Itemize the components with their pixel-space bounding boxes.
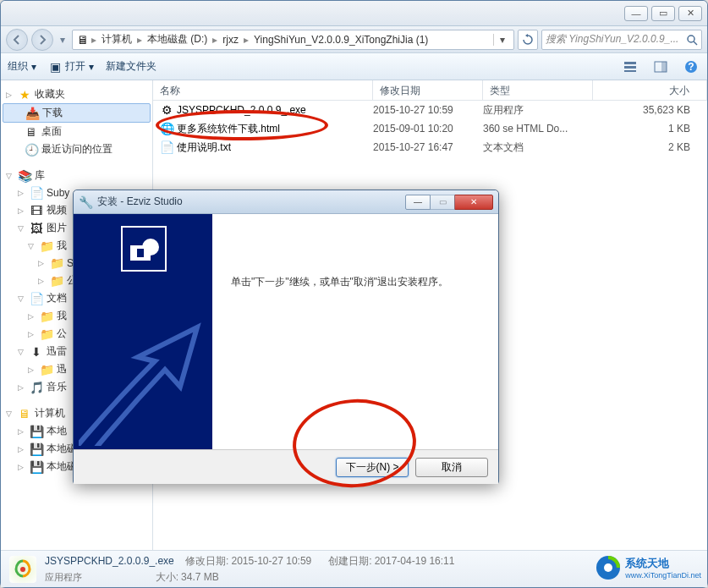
column-header-size[interactable]: 大小 — [593, 80, 707, 100]
arrow-right-icon — [37, 35, 47, 45]
star-icon: ★ — [18, 88, 31, 102]
dialog-titlebar[interactable]: 🔧 安装 - Ezviz Studio — ▭ ✕ — [74, 190, 498, 214]
folder-icon: 📁 — [40, 239, 53, 253]
breadcrumb-seg-folder[interactable]: YingShiYun_V2.0.0.9_XiTongZhiJia (1) — [250, 34, 431, 46]
view-icon — [623, 60, 637, 74]
toolbar-organize-menu[interactable]: 组织 ▾ — [8, 59, 36, 74]
view-options-button[interactable] — [621, 58, 639, 76]
video-icon: 🎞 — [30, 204, 43, 217]
file-row-html[interactable]: 🌐更多系统软件下载.html 2015-09-01 10:20 360 se H… — [153, 119, 707, 138]
column-header-row[interactable]: 名称 修改日期 类型 大小 — [153, 80, 707, 101]
sidebar-item-downloads[interactable]: 📥下载 — [3, 103, 151, 123]
folder-icon: 📁 — [50, 274, 63, 288]
exe-icon: ⚙ — [160, 103, 173, 117]
column-header-name[interactable]: 名称 — [153, 80, 373, 100]
dialog-cancel-button[interactable]: 取消 — [415, 458, 488, 477]
file-row-txt[interactable]: 📄使用说明.txt 2015-10-27 16:47 文本文档 2 KB — [153, 138, 707, 157]
computer-label: 计算机 — [35, 406, 65, 420]
dialog-minimize-button[interactable]: — — [405, 195, 431, 210]
window-minimize-button[interactable] — [624, 6, 648, 21]
window-maximize-button[interactable] — [651, 6, 675, 21]
sidebar-item-label: 迅雷 — [47, 344, 67, 359]
sidebar-item-label: 下载 — [42, 106, 63, 120]
dialog-footer: 下一步(N) > 取消 — [74, 449, 498, 484]
window-close-button[interactable] — [678, 6, 702, 21]
libraries-label: 库 — [35, 168, 45, 183]
disk-icon: 💾 — [30, 442, 43, 456]
file-type: 360 se HTML Do... — [483, 123, 593, 135]
breadcrumb-dropdown-button[interactable]: ▾ — [493, 34, 510, 46]
navigation-bar: ▾ 🖥 ▸ 计算机 ▸ 本地磁盘 (D:) ▸ rjxz ▸ YingShiYu… — [1, 26, 707, 53]
breadcrumb-sep-icon: ▸ — [244, 34, 249, 46]
nav-back-button[interactable] — [6, 29, 28, 51]
selected-file-icon — [9, 556, 36, 583]
banner-arrow-icon — [79, 310, 207, 446]
music-icon: 🎵 — [30, 381, 43, 394]
breadcrumb-seg-rjxz[interactable]: rjxz — [219, 34, 242, 46]
sidebar-item-label: 我 — [57, 309, 67, 323]
folder-icon: 📁 — [40, 327, 53, 341]
watermark-logo-icon — [595, 554, 622, 581]
nav-forward-button[interactable] — [31, 29, 53, 51]
sidebar-item-label: 我 — [57, 239, 67, 253]
status-filename: JSYSPPCKHD_2.0.0.9_.exe — [45, 555, 174, 567]
status-size-label: 大小: — [156, 571, 178, 583]
search-input[interactable]: 搜索 YingShiYun_V2.0.0.9_... — [541, 30, 702, 50]
toolbar: 组织 ▾ ▣ 打开 ▾ 新建文件夹 ? — [1, 53, 707, 80]
status-mod-value: 2015-10-27 10:59 — [232, 555, 312, 567]
help-button[interactable]: ? — [682, 58, 700, 76]
column-header-date[interactable]: 修改日期 — [373, 80, 483, 100]
address-bar[interactable]: 🖥 ▸ 计算机 ▸ 本地磁盘 (D:) ▸ rjxz ▸ YingShiYun_… — [72, 30, 514, 50]
installer-box-icon — [121, 226, 167, 272]
installer-app-icon: 🔧 — [79, 195, 92, 209]
preview-icon — [654, 60, 667, 74]
sidebar-item-recent[interactable]: 🕘最近访问的位置 — [3, 140, 151, 158]
nav-history-dropdown[interactable]: ▾ — [57, 34, 69, 46]
installer-dialog: 🔧 安装 - Ezviz Studio — ▭ ✕ 单击"下一步"继续，或单击"… — [73, 190, 499, 484]
file-icon: 📄 — [30, 186, 43, 200]
computer-icon: 🖥 — [76, 33, 90, 47]
svg-point-14 — [604, 563, 612, 572]
sidebar-item-label: 视频 — [47, 203, 67, 217]
search-icon — [686, 34, 698, 46]
txt-icon: 📄 — [160, 140, 173, 154]
sidebar-libraries-header[interactable]: ▽📚库 — [3, 167, 151, 184]
dialog-close-button[interactable]: ✕ — [454, 195, 493, 210]
breadcrumb-sep-icon: ▸ — [212, 34, 217, 46]
toolbar-newfolder-button[interactable]: 新建文件夹 — [106, 59, 156, 74]
file-name: JSYSPPCKHD_2.0.0.9_.exe — [177, 104, 306, 116]
file-row-exe[interactable]: ⚙JSYSPPCKHD_2.0.0.9_.exe 2015-10-27 10:5… — [153, 101, 707, 119]
breadcrumb-seg-disk[interactable]: 本地磁盘 (D:) — [144, 32, 211, 47]
document-icon: 📄 — [30, 292, 43, 305]
sidebar-item-desktop[interactable]: 🖥桌面 — [3, 123, 151, 140]
newfolder-label: 新建文件夹 — [106, 59, 156, 74]
refresh-button[interactable] — [518, 30, 538, 50]
dialog-title: 安装 - Ezviz Studio — [97, 195, 183, 209]
file-date: 2015-10-27 10:59 — [373, 104, 483, 116]
status-size-value: 34.7 MB — [181, 571, 219, 583]
chevron-down-icon: ▾ — [31, 61, 36, 73]
open-label: 打开 — [65, 59, 85, 74]
breadcrumb-seg-computer[interactable]: 计算机 — [98, 32, 135, 47]
file-date: 2015-10-27 16:47 — [373, 141, 483, 153]
toolbar-open-button[interactable]: ▣ 打开 ▾ — [48, 59, 94, 74]
file-size: 1 KB — [593, 123, 707, 135]
sidebar-favorites-header[interactable]: ▷★收藏夹 — [3, 85, 151, 103]
download-folder-icon: 📥 — [25, 107, 39, 120]
dialog-maximize-button[interactable]: ▭ — [430, 195, 455, 210]
preview-pane-button[interactable] — [651, 58, 670, 76]
sidebar-item-label: Suby — [47, 187, 69, 199]
titlebar[interactable] — [1, 1, 707, 26]
svg-point-11 — [142, 239, 159, 256]
sidebar-item-label: 音乐 — [47, 380, 67, 394]
arrow-left-icon — [12, 35, 22, 45]
file-size: 2 KB — [593, 141, 707, 153]
file-size: 35,623 KB — [593, 104, 707, 116]
sidebar-item-label: 迅 — [57, 362, 67, 376]
sidebar-item-label: 最近访问的位置 — [41, 142, 113, 157]
dialog-next-button[interactable]: 下一步(N) > — [336, 458, 409, 477]
watermark-url: www.XiTongTianDi.net — [625, 571, 701, 580]
svg-rect-3 — [624, 66, 636, 69]
column-header-type[interactable]: 类型 — [483, 80, 593, 100]
svg-rect-6 — [661, 62, 667, 72]
